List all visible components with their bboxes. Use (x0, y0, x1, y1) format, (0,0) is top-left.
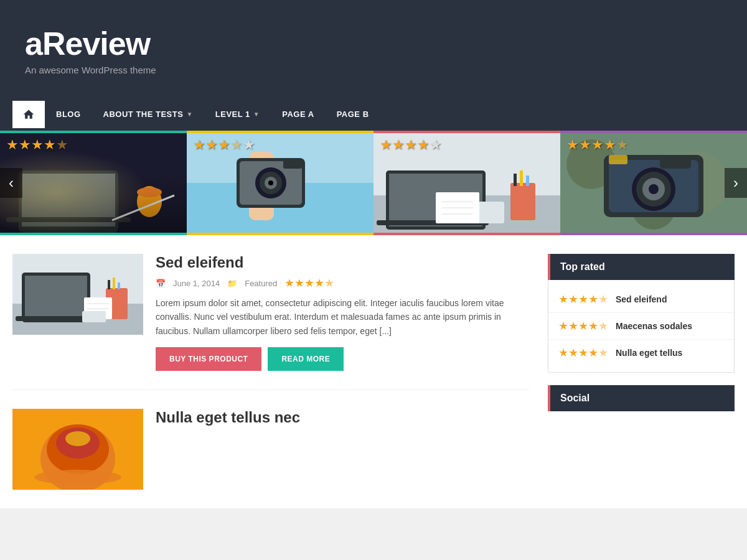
site-header: aReview An awesome WordPress theme (0, 0, 747, 100)
color-bar2-purple (560, 233, 747, 235)
home-icon (22, 108, 35, 121)
top-rated-stars-2: ★★★★★ (558, 319, 608, 333)
post-content-1: Sed eleifend 📅 June 1, 2014 📁 Featured ★… (156, 254, 529, 371)
carousel-stars-4: ★★★★★ (566, 138, 629, 152)
post-buttons-1: BUY THIS PRODUCT READ MORE (156, 347, 529, 371)
svg-rect-47 (25, 276, 87, 319)
carousel-next-button[interactable]: › (725, 168, 747, 198)
svg-point-16 (268, 180, 273, 185)
post-image-2 (12, 409, 143, 490)
top-rated-title-3: Nulla eget tellus (616, 348, 682, 358)
top-rated-title-1: Sed eleifend (616, 294, 667, 304)
color-bar2-yellow (187, 233, 374, 235)
widget-top-rated: Top rated ★★★★★ Sed eleifend ★★★★★ Maece… (548, 254, 735, 373)
post-excerpt-1: Lorem ipsum dolor sit amet, consectetur … (156, 296, 529, 338)
category-icon: 📁 (227, 279, 237, 288)
carousel-item-2[interactable]: ★★★★★ (187, 133, 374, 233)
post-item-2: Nulla eget tellus nec (12, 409, 529, 490)
widget-social: Social (548, 385, 735, 411)
buy-product-button[interactable]: BUY THIS PRODUCT (156, 347, 261, 371)
svg-point-41 (649, 184, 659, 194)
nav-item-blog[interactable]: BLOG (45, 100, 92, 129)
svg-rect-25 (520, 170, 523, 186)
post-date-1: June 1, 2014 (173, 279, 220, 288)
post-content-2: Nulla eget tellus nec (156, 409, 529, 490)
sidebar: Top rated ★★★★★ Sed eleifend ★★★★★ Maece… (548, 254, 735, 490)
widget-top-rated-header: Top rated (548, 254, 735, 280)
carousel-track: ★★★★★ (0, 133, 747, 233)
svg-point-62 (34, 470, 121, 485)
carousel-stars-1: ★★★★★ (6, 138, 68, 152)
svg-rect-24 (514, 174, 517, 186)
post-item-1: Sed eleifend 📅 June 1, 2014 📁 Featured ★… (12, 254, 529, 390)
carousel-stars-2: ★★★★★ (193, 138, 255, 152)
svg-rect-51 (113, 278, 115, 289)
svg-rect-52 (118, 282, 120, 289)
site-nav: BLOG ABOUT THE TESTS ▼ LEVEL 1 ▼ PAGE A … (0, 100, 747, 131)
post-title-2: Nulla eget tellus nec (156, 409, 529, 426)
carousel-stars-3: ★★★★★ (380, 138, 442, 152)
post-title-1: Sed eleifend (156, 254, 529, 271)
svg-rect-23 (510, 183, 535, 220)
top-rated-title-2: Maecenas sodales (616, 321, 692, 331)
svg-rect-56 (82, 311, 106, 322)
nav-item-level1[interactable]: LEVEL 1 ▼ (204, 100, 271, 129)
top-rated-item-3[interactable]: ★★★★★ Nulla eget tellus (548, 340, 734, 366)
top-rated-item-2[interactable]: ★★★★★ Maecenas sodales (548, 313, 734, 340)
post-category-1: Featured (245, 279, 277, 288)
svg-rect-3 (6, 217, 131, 222)
svg-rect-50 (108, 280, 110, 289)
widget-social-header: Social (548, 385, 735, 411)
carousel-prev-button[interactable]: ‹ (0, 168, 22, 198)
content-area: Sed eleifend 📅 June 1, 2014 📁 Featured ★… (12, 254, 529, 490)
nav-home-button[interactable] (12, 101, 45, 128)
read-more-button[interactable]: READ MORE (268, 347, 344, 371)
svg-point-61 (65, 431, 90, 446)
svg-rect-1 (19, 170, 118, 233)
top-rated-stars-1: ★★★★★ (558, 292, 608, 306)
chevron-down-icon: ▼ (186, 111, 192, 118)
svg-rect-43 (609, 155, 627, 164)
post-meta-1: 📅 June 1, 2014 📁 Featured ★★★★★ (156, 276, 529, 290)
svg-rect-26 (526, 175, 529, 186)
svg-rect-2 (22, 174, 115, 226)
carousel: ‹ ★★★★★ (0, 133, 747, 233)
svg-point-5 (137, 187, 162, 197)
svg-rect-48 (16, 316, 90, 321)
carousel-item-3[interactable]: ★★★★★ (374, 133, 560, 233)
nav-item-pagea[interactable]: PAGE A (271, 100, 325, 129)
color-bar-bottom (0, 233, 747, 235)
calendar-icon: 📅 (156, 279, 166, 288)
chevron-down-icon: ▼ (253, 111, 260, 118)
post-rating-1: ★★★★★ (284, 276, 334, 290)
top-rated-item-1[interactable]: ★★★★★ Sed eleifend (548, 286, 734, 313)
widget-top-rated-content: ★★★★★ Sed eleifend ★★★★★ Maecenas sodale… (548, 280, 735, 373)
post-thumbnail-2 (12, 409, 143, 490)
svg-point-4 (137, 186, 162, 217)
site-subtitle: An awesome WordPress theme (25, 65, 722, 75)
carousel-item-4[interactable]: ★★★★★ (560, 133, 747, 233)
svg-rect-42 (660, 155, 691, 169)
top-rated-stars-3: ★★★★★ (558, 346, 608, 360)
nav-item-pageb[interactable]: PAGE B (326, 100, 380, 129)
svg-rect-17 (283, 159, 302, 169)
post-thumbnail-1 (12, 254, 143, 335)
color-bar2-teal (0, 233, 187, 235)
carousel-item-1[interactable]: ★★★★★ (0, 133, 187, 233)
svg-line-6 (112, 195, 174, 220)
nav-item-about[interactable]: ABOUT THE TESTS ▼ (92, 100, 204, 129)
site-title: aReview (25, 27, 722, 60)
post-image-1 (12, 254, 143, 335)
main-layout: Sed eleifend 📅 June 1, 2014 📁 Featured ★… (0, 235, 747, 508)
color-bar2-red (374, 233, 560, 235)
